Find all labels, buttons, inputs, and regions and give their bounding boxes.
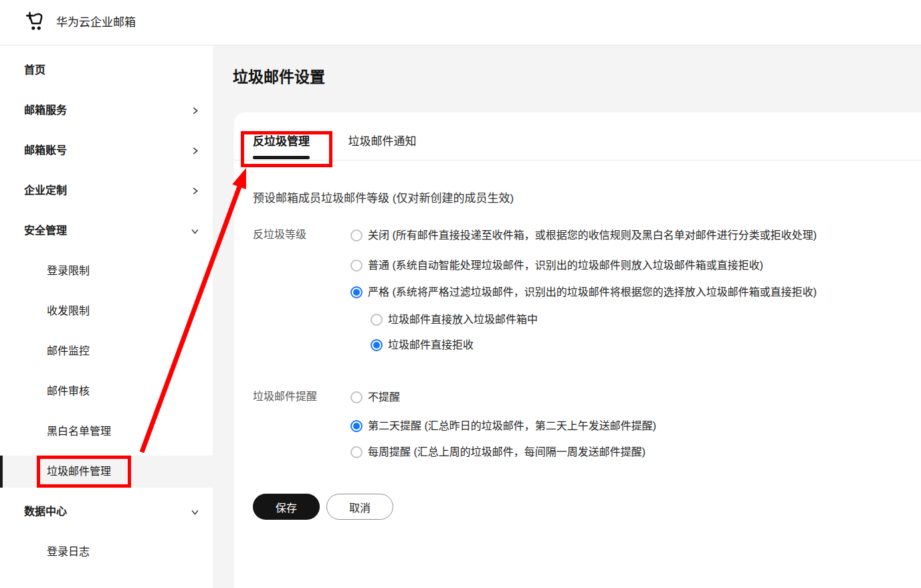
radio-unselected-icon[interactable] xyxy=(350,229,363,241)
radio-option-reject-directly[interactable]: 垃圾邮件直接拒收 xyxy=(371,336,474,354)
save-button[interactable]: 保存 xyxy=(253,494,320,520)
chevron-down-icon xyxy=(191,227,199,235)
sidebar-item-login-log[interactable]: 登录日志 xyxy=(0,532,213,572)
app-title: 华为云企业邮箱 xyxy=(56,0,136,45)
tab-divider xyxy=(234,160,921,161)
chevron-right-icon xyxy=(191,187,199,195)
sidebar-item-spam-management[interactable]: 垃圾邮件管理 xyxy=(0,452,213,492)
spam-reminder-label: 垃圾邮件提醒 xyxy=(253,387,317,403)
sidebar-item-data-center[interactable]: 数据中心 xyxy=(0,492,213,532)
chevron-right-icon xyxy=(191,106,199,115)
radio-selected-icon[interactable] xyxy=(350,286,363,298)
active-tab-underline xyxy=(253,156,310,159)
radio-option-strict[interactable]: 严格 (系统将严格过滤垃圾邮件，识别出的垃圾邮件将根据您的选择放入垃圾邮件箱或直… xyxy=(350,284,817,301)
chevron-right-icon xyxy=(191,146,199,155)
settings-card: 反垃圾管理 垃圾邮件通知 预设邮箱成员垃圾邮件等级 (仅对新创建的成员生效) 反… xyxy=(234,112,921,588)
radio-option-weekly-reminder[interactable]: 每周提醒 (汇总上周的垃圾邮件，每间隔一周发送邮件提醒) xyxy=(350,444,645,461)
radio-option-close[interactable]: 关闭 (所有邮件直接投递至收件箱，或根据您的收信规则及黑白名单对邮件进行分类或拒… xyxy=(350,227,817,244)
radio-unselected-icon[interactable] xyxy=(350,391,363,403)
sidebar-item-mail-account[interactable]: 邮箱账号 xyxy=(0,130,213,171)
sidebar-item-security-management[interactable]: 安全管理 xyxy=(0,211,213,251)
radio-option-next-day-reminder[interactable]: 第二天提醒 (汇总昨日的垃圾邮件，第二天上午发送邮件提醒) xyxy=(350,417,656,435)
sidebar-item-home[interactable]: 首页 xyxy=(0,50,213,90)
sidebar-item-mail-monitor[interactable]: 邮件监控 xyxy=(0,331,213,371)
sidebar: 首页 邮箱服务 邮箱账号 企业定制 安全管理 登录限制 收发限制 邮件监控 邮件… xyxy=(0,45,213,588)
radio-option-no-reminder[interactable]: 不提醒 xyxy=(350,389,400,406)
page: 华为云企业邮箱 首页 邮箱服务 邮箱账号 企业定制 安全管理 登录限制 收发限制 xyxy=(0,0,921,588)
sidebar-item-mail-audit[interactable]: 邮件审核 xyxy=(0,371,213,411)
chevron-down-icon xyxy=(191,508,199,516)
app-header: 华为云企业邮箱 xyxy=(0,0,921,45)
radio-unselected-icon[interactable] xyxy=(350,446,363,458)
radio-unselected-icon[interactable] xyxy=(371,314,383,326)
sidebar-item-login-restriction[interactable]: 登录限制 xyxy=(0,251,213,291)
radio-option-move-to-junk[interactable]: 垃圾邮件直接放入垃圾邮件箱中 xyxy=(371,311,538,328)
tab-spam-notification[interactable]: 垃圾邮件通知 xyxy=(348,128,416,161)
page-title: 垃圾邮件设置 xyxy=(233,64,325,87)
tab-bar: 反垃圾管理 垃圾邮件通知 xyxy=(253,128,416,161)
cancel-button[interactable]: 取消 xyxy=(326,494,393,520)
radio-option-normal[interactable]: 普通 (系统自动智能处理垃圾邮件，识别出的垃圾邮件则放入垃圾邮件箱或直接拒收) xyxy=(350,257,763,274)
radio-selected-icon[interactable] xyxy=(350,420,363,432)
preset-level-heading: 预设邮箱成员垃圾邮件等级 (仅对新创建的成员生效) xyxy=(253,189,514,205)
tab-anti-spam-management[interactable]: 反垃圾管理 xyxy=(253,128,310,161)
cart-sparkle-icon xyxy=(24,11,47,34)
sidebar-item-mail-service[interactable]: 邮箱服务 xyxy=(0,90,213,130)
sidebar-item-enterprise-custom[interactable]: 企业定制 xyxy=(0,171,213,211)
anti-spam-level-label: 反垃圾等级 xyxy=(253,225,306,241)
radio-unselected-icon[interactable] xyxy=(350,260,363,272)
sidebar-item-blacklist-whitelist[interactable]: 黑白名单管理 xyxy=(0,411,213,452)
sidebar-item-send-receive-restriction[interactable]: 收发限制 xyxy=(0,291,213,331)
radio-selected-icon[interactable] xyxy=(371,339,383,351)
